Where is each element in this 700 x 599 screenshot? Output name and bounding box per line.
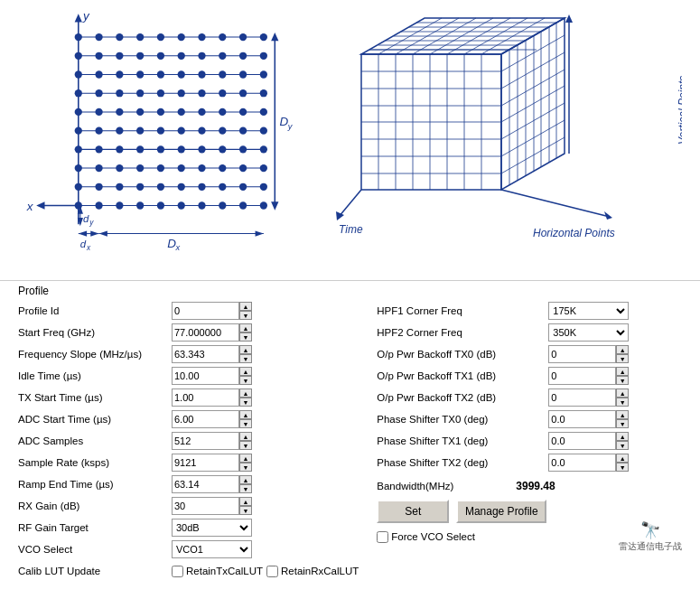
svg-text:x: x [175,243,181,252]
phase-tx0-up[interactable]: ▲ [616,410,629,419]
phase-tx2-down[interactable]: ▼ [616,463,629,472]
pwr-backoff-tx1-input[interactable] [548,367,616,385]
svg-point-102 [198,183,205,191]
idle-time-up[interactable]: ▲ [239,367,252,376]
svg-point-18 [116,33,123,41]
set-button[interactable]: Set [377,500,449,523]
force-vco-checkbox[interactable] [377,531,388,543]
rx-gain-row: RX Gain (dB) ▲ ▼ [18,496,359,516]
pwr-backoff-tx2-input[interactable] [548,388,616,407]
svg-point-80 [157,145,164,153]
phase-tx0-spinner: ▲ ▼ [616,410,629,428]
rx-gain-label: RX Gain (dB) [18,501,172,511]
phase-tx0-row: Phase Shifter TX0 (deg) ▲ ▼ [377,409,682,429]
adc-samples-input[interactable] [172,432,239,450]
freq-slope-up[interactable]: ▲ [239,345,252,354]
rx-gain-down[interactable]: ▼ [239,506,252,515]
adc-samples-down[interactable]: ▼ [239,441,252,450]
retain-rx-checkbox[interactable] [266,566,278,577]
phase-tx1-input-group: ▲ ▼ [548,432,629,450]
hpf2-select[interactable]: 175K 350K 700K [548,323,629,342]
adc-start-time-down[interactable]: ▼ [239,419,252,428]
pwr-backoff-tx2-up[interactable]: ▲ [616,388,629,398]
force-vco-label[interactable]: Force VCO Select [377,531,475,543]
bandwidth-row: Bandwidth(MHz) 3999.48 [377,476,682,496]
svg-point-27 [95,52,102,60]
adc-samples-label: ADC Samples [18,435,172,446]
rx-gain-up[interactable]: ▲ [239,497,252,506]
start-freq-up[interactable]: ▲ [239,323,252,332]
profile-id-up[interactable]: ▲ [239,302,252,311]
adc-start-time-input[interactable] [172,410,239,428]
freq-slope-input-group: ▲ ▼ [172,345,252,363]
freq-slope-input[interactable] [172,345,239,363]
bandwidth-label: Bandwidth(MHz) [377,481,512,491]
adc-samples-up[interactable]: ▲ [239,432,252,441]
sample-rate-input[interactable] [172,454,239,472]
hpf1-select[interactable]: 175K 350K 700K [548,302,629,320]
ramp-end-time-input[interactable] [172,475,239,493]
idle-time-down[interactable]: ▼ [239,376,252,385]
phase-tx1-up[interactable]: ▲ [616,432,629,441]
svg-point-38 [116,70,123,78]
svg-point-72 [198,127,205,135]
idle-time-input[interactable] [172,367,239,385]
profile-title: Profile [18,285,682,297]
svg-point-24 [239,33,247,41]
pwr-backoff-tx2-down[interactable]: ▼ [616,398,629,407]
phase-tx2-up[interactable]: ▲ [616,454,629,463]
svg-line-172 [501,103,565,139]
ramp-end-time-down[interactable]: ▼ [239,484,252,493]
svg-point-20 [157,33,164,41]
retain-tx-text: RetainTxCalLUT [186,566,263,576]
vco-select-dropdown[interactable]: VCO1 VCO2 VCO3 [172,540,252,558]
start-freq-down[interactable]: ▼ [239,332,252,342]
svg-point-71 [178,127,185,135]
freq-slope-down[interactable]: ▼ [239,354,252,363]
pwr-backoff-tx1-spinner: ▲ ▼ [616,367,629,385]
start-freq-input[interactable] [172,323,239,342]
tx-start-time-down[interactable]: ▼ [239,398,252,407]
sample-rate-up[interactable]: ▲ [239,454,252,463]
sample-rate-down[interactable]: ▼ [239,463,252,472]
svg-point-107 [95,201,102,209]
idle-time-spinner: ▲ ▼ [239,367,252,385]
retain-rx-label[interactable]: RetainRxCalLUT [266,566,359,577]
svg-point-70 [157,127,164,135]
svg-point-37 [95,70,102,78]
rx-gain-input[interactable] [172,497,239,515]
phase-tx1-input[interactable] [548,432,616,450]
phase-tx0-input[interactable] [548,410,616,428]
pwr-backoff-tx1-up[interactable]: ▲ [616,367,629,376]
manage-profile-button[interactable]: Manage Profile [456,500,546,523]
tx-start-time-row: TX Start Time (µs) ▲ ▼ [18,388,359,407]
sample-rate-label: Sample Rate (ksps) [18,457,172,468]
pwr-backoff-tx0-down[interactable]: ▼ [616,354,629,363]
sample-rate-spinner: ▲ ▼ [239,454,252,472]
phase-tx1-down[interactable]: ▼ [616,441,629,450]
pwr-backoff-tx1-down[interactable]: ▼ [616,376,629,385]
retain-tx-checkbox[interactable] [172,566,183,577]
tx-start-time-input[interactable] [172,388,239,407]
svg-point-87 [95,164,102,172]
tx-start-time-up[interactable]: ▲ [239,388,252,398]
rf-gain-select[interactable]: 30dB 20dB 10dB [172,519,252,537]
pwr-backoff-tx0-up[interactable]: ▲ [616,345,629,354]
adc-start-time-row: ADC Start Time (µs) ▲ ▼ [18,409,359,429]
profile-id-input[interactable] [172,302,239,320]
svg-point-75 [260,127,267,135]
retain-tx-label[interactable]: RetainTxCalLUT [172,566,263,577]
ramp-end-time-up[interactable]: ▲ [239,475,252,484]
svg-point-88 [116,164,123,172]
pwr-backoff-tx0-input[interactable] [548,345,616,363]
svg-point-23 [219,33,226,41]
profile-id-down[interactable]: ▼ [239,311,252,320]
phase-tx2-input[interactable] [548,454,616,472]
phase-tx0-down[interactable]: ▼ [616,419,629,428]
pwr-backoff-tx1-label: O/p Pwr Backoff TX1 (dB) [377,370,548,381]
profile-id-label: Profile Id [18,305,172,316]
phase-tx2-spinner: ▲ ▼ [616,454,629,472]
svg-point-84 [239,145,247,153]
ramp-end-time-spinner: ▲ ▼ [239,475,252,493]
adc-start-time-up[interactable]: ▲ [239,410,252,419]
